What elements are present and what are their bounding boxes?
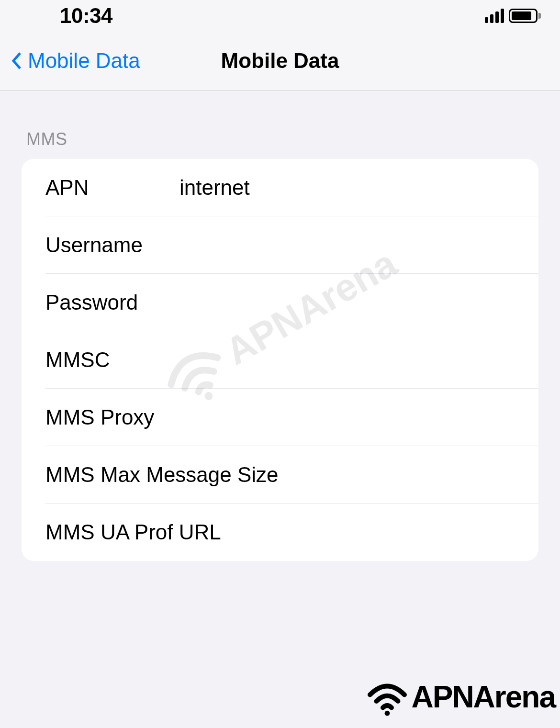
row-password[interactable]: Password [22, 274, 538, 331]
row-label: MMSC [45, 348, 179, 372]
battery-icon [509, 9, 541, 23]
row-mms-proxy[interactable]: MMS Proxy [22, 389, 538, 446]
page-title: Mobile Data [221, 49, 339, 73]
password-input[interactable] [179, 291, 538, 314]
content: MMS APN Username Password MMSC MMS Proxy… [0, 91, 560, 561]
back-button[interactable]: Mobile Data [10, 49, 140, 73]
row-mms-max-message-size[interactable]: MMS Max Message Size [22, 446, 538, 504]
username-input[interactable] [179, 233, 538, 257]
cellular-signal-icon [485, 9, 504, 23]
wifi-icon [366, 675, 409, 718]
status-right [485, 9, 541, 23]
mms-proxy-input[interactable] [179, 405, 538, 429]
row-label: APN [45, 176, 179, 200]
mms-max-message-size-input[interactable] [279, 463, 538, 487]
status-time: 10:34 [60, 4, 112, 28]
chevron-left-icon [10, 51, 24, 70]
row-label: MMS Proxy [45, 405, 179, 429]
section-header-mms: MMS [22, 91, 538, 159]
row-apn[interactable]: APN [22, 159, 538, 216]
svg-point-1 [385, 711, 390, 716]
apn-input[interactable] [179, 176, 538, 200]
footer-logo-text: APNArena [411, 679, 555, 715]
row-label: MMS Max Message Size [45, 463, 279, 487]
back-label: Mobile Data [28, 49, 140, 73]
row-mms-ua-prof-url[interactable]: MMS UA Prof URL [22, 504, 538, 561]
row-mmsc[interactable]: MMSC [22, 331, 538, 389]
nav-bar: Mobile Data Mobile Data [0, 31, 560, 91]
footer-logo: APNArena [366, 675, 555, 718]
mmsc-input[interactable] [179, 348, 538, 372]
row-username[interactable]: Username [22, 216, 538, 274]
row-label: Username [45, 233, 179, 257]
status-bar: 10:34 [0, 0, 560, 31]
row-label: Password [45, 291, 179, 314]
mms-ua-prof-url-input[interactable] [221, 520, 538, 544]
row-label: MMS UA Prof URL [45, 520, 221, 544]
settings-group-mms: APN Username Password MMSC MMS Proxy MMS… [22, 159, 538, 561]
